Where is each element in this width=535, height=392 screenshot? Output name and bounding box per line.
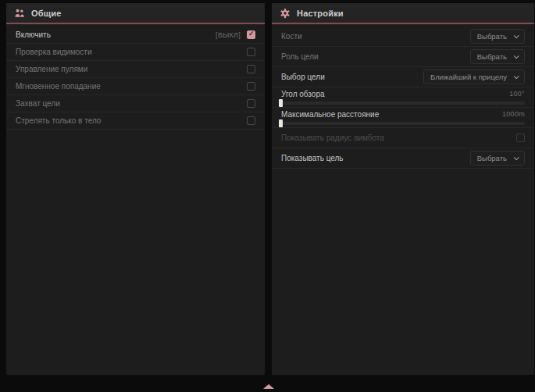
- row-max-distance: Максимальное расстояние 1000m: [272, 108, 534, 128]
- row-bones-label: Кости: [281, 32, 302, 41]
- general-rows: Включить [ВЫКЛ] Проверка видимости Управ…: [6, 24, 265, 130]
- row-target-lock-label: Захват цели: [16, 99, 60, 108]
- row-show-aimbot-radius: Показывать радиус аимбота: [272, 128, 534, 148]
- row-body-only: Стрелять только в тело: [6, 112, 265, 130]
- row-target-selection-label: Выбор цели: [281, 73, 325, 81]
- panel-general-header: Общие: [6, 3, 265, 24]
- max-distance-value: 1000m: [502, 110, 525, 118]
- max-distance-slider[interactable]: [281, 122, 525, 125]
- row-visibility-check-label: Проверка видимости: [16, 48, 92, 56]
- chevron-down-icon: [514, 33, 519, 38]
- row-show-target: Показывать цель Выбрать: [272, 148, 534, 169]
- panel-general-title: Общие: [31, 9, 62, 18]
- row-bones: Кости Выбрать: [272, 27, 534, 47]
- row-show-aimbot-radius-label: Показывать радиус аимбота: [281, 134, 384, 142]
- row-target-role-label: Роль цели: [281, 52, 319, 61]
- row-target-lock: Захват цели: [6, 95, 265, 112]
- target-selection-dropdown-value: Ближайший к прицелу: [430, 73, 507, 81]
- chevron-down-icon: [514, 155, 519, 160]
- instant-hit-checkbox[interactable]: [247, 82, 255, 91]
- show-aimbot-radius-checkbox[interactable]: [516, 134, 525, 142]
- row-body-only-label: Стрелять только в тело: [16, 116, 101, 125]
- bones-dropdown[interactable]: Выбрать: [470, 29, 525, 44]
- row-fov-label: Угол обзора: [281, 90, 325, 98]
- chevron-down-icon: [514, 73, 519, 79]
- body-only-checkbox[interactable]: [247, 116, 255, 125]
- fov-slider[interactable]: [281, 102, 525, 105]
- row-instant-hit: Мгновенное попадание: [6, 78, 265, 95]
- panel-settings: Настройки Кости Выбрать Роль цели Выбрат…: [272, 3, 534, 375]
- target-selection-dropdown[interactable]: Ближайший к прицелу: [423, 69, 525, 84]
- hotkey-badge: [ВЫКЛ]: [216, 31, 241, 39]
- row-enable-label: Включить: [16, 30, 51, 39]
- row-enable: Включить [ВЫКЛ]: [6, 27, 265, 44]
- target-lock-checkbox[interactable]: [247, 99, 255, 108]
- fov-value: 100°: [509, 90, 525, 98]
- row-fov: Угол обзора 100°: [272, 87, 534, 108]
- row-instant-hit-label: Мгновенное попадание: [16, 82, 101, 91]
- enable-checkbox[interactable]: [247, 30, 255, 39]
- settings-rows: Кости Выбрать Роль цели Выбрать Выбор це…: [272, 24, 534, 169]
- row-visibility-check: Проверка видимости: [6, 44, 265, 61]
- panel-general: Общие Включить [ВЫКЛ] Проверка видимости…: [6, 3, 265, 375]
- panel-settings-title: Настройки: [297, 9, 344, 18]
- bones-dropdown-value: Выбрать: [477, 32, 507, 41]
- target-role-dropdown-value: Выбрать: [477, 52, 507, 61]
- row-target-selection: Выбор цели Ближайший к прицелу: [272, 67, 534, 87]
- row-bullet-control: Управление пулями: [6, 61, 265, 78]
- row-target-role: Роль цели Выбрать: [272, 47, 534, 67]
- target-role-dropdown[interactable]: Выбрать: [470, 49, 525, 64]
- people-icon: [14, 8, 25, 19]
- gear-icon: [280, 8, 291, 19]
- row-show-target-label: Показывать цель: [281, 154, 344, 162]
- row-max-distance-label: Максимальное расстояние: [281, 110, 379, 119]
- panel-settings-header: Настройки: [272, 3, 534, 24]
- fov-slider-handle[interactable]: [279, 99, 283, 107]
- row-bullet-control-label: Управление пулями: [16, 65, 87, 73]
- chevron-down-icon: [514, 53, 519, 59]
- bullet-control-checkbox[interactable]: [247, 65, 255, 73]
- show-target-dropdown[interactable]: Выбрать: [470, 151, 525, 166]
- visibility-check-checkbox[interactable]: [247, 48, 255, 56]
- max-distance-slider-handle[interactable]: [279, 119, 283, 127]
- expand-indicator-icon[interactable]: [263, 384, 274, 389]
- show-target-dropdown-value: Выбрать: [477, 154, 507, 162]
